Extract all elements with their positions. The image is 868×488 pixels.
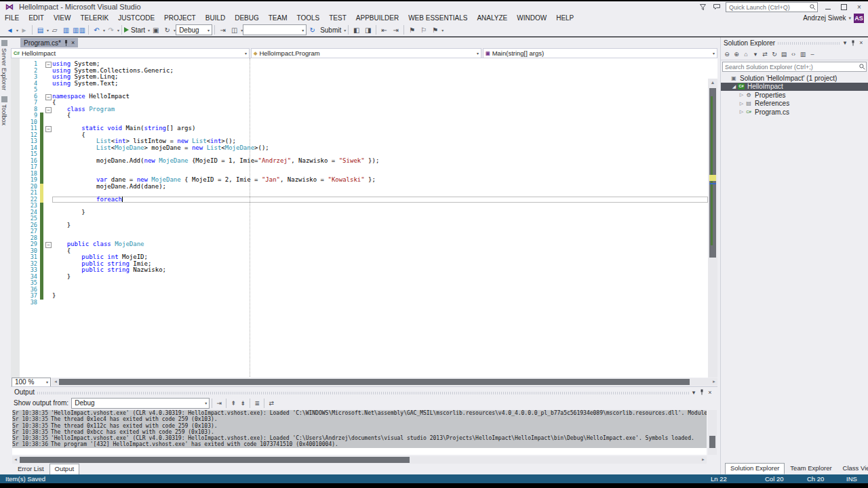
output-lines[interactable]: Śr 10:38:35'HelloImpact.vshost.exe' (CLR…	[12, 410, 707, 455]
refresh-icon[interactable]: ↻	[770, 49, 779, 59]
output-scroll-right-icon[interactable]: ►	[700, 456, 707, 464]
output-line[interactable]: Śr 10:38:35'HelloImpact.vshost.exe' (CLR…	[12, 410, 707, 416]
tab-error-list[interactable]: Error List	[12, 464, 50, 475]
code-editor-surface[interactable]: 1–using System;2using System.Collections…	[11, 58, 717, 378]
sidebar-tab-toolbox[interactable]: Toolbox	[0, 94, 8, 128]
go-to-next-message-icon[interactable]: ⇟	[238, 399, 248, 408]
preview-selected-icon[interactable]: –	[808, 49, 817, 59]
increase-indent-icon[interactable]: ⇥	[391, 24, 401, 35]
tab-output[interactable]: Output	[50, 464, 80, 475]
avatar[interactable]: AS	[854, 14, 864, 23]
save-all-button[interactable]: ▥▥	[73, 24, 85, 35]
code-line[interactable]: 38	[20, 300, 708, 306]
tree-item-program-cs[interactable]: ▷C#Program.cs	[721, 108, 868, 117]
view-code-icon[interactable]: ‹›	[789, 49, 798, 59]
clear-all-output-icon[interactable]: ≣	[252, 399, 262, 408]
code-line[interactable]: 34 }	[20, 274, 708, 281]
open-file-button[interactable]: ▱	[50, 24, 60, 35]
tree-item-references[interactable]: ▷▤References	[721, 100, 868, 108]
tree-item-helloimpact[interactable]: ◢C#HelloImpact	[721, 83, 868, 92]
scroll-right-icon[interactable]: ►	[711, 378, 717, 386]
restart-icon[interactable]: ↻	[162, 24, 172, 35]
menu-item-team[interactable]: TEAM	[264, 12, 292, 24]
collapse-all-icon[interactable]: ⊖	[722, 49, 732, 59]
bookmark-overflow-caret-icon[interactable]: ▾	[441, 28, 443, 33]
breakpoint-margin[interactable]	[11, 58, 20, 378]
output-scroll-left-icon[interactable]: ◄	[12, 456, 19, 464]
code-line[interactable]: 11– static void Main(string[] args)	[20, 125, 708, 132]
code-line[interactable]: 26 }	[20, 222, 708, 229]
save-button[interactable]: ▥	[61, 24, 71, 35]
member-dropdown[interactable]: ▣ Main(string[] args) ▾	[483, 48, 717, 58]
tab-solution-explorer[interactable]: Solution Explorer	[725, 463, 785, 474]
tab-class-view[interactable]: Class View	[837, 463, 868, 474]
navigate-forward-button[interactable]: ►	[19, 24, 29, 35]
toolbar-search-combobox[interactable]: ▾	[243, 24, 307, 35]
pin-tab-icon[interactable]	[64, 40, 68, 46]
solution-configuration-select[interactable]: Debug ▾	[176, 24, 212, 35]
menu-item-debug[interactable]: DEBUG	[230, 12, 264, 24]
feedback-comment-icon[interactable]	[712, 3, 721, 12]
signed-in-user[interactable]: Andrzej Siwek	[803, 14, 846, 22]
editor-horizontal-scrollbar[interactable]: ◄ ►	[52, 378, 717, 386]
start-debug-icon[interactable]	[124, 27, 129, 33]
decrease-indent-icon[interactable]: ⇤	[379, 24, 389, 35]
submit-sync-icon[interactable]: ↻	[307, 24, 317, 35]
editor-vertical-scrollbar[interactable]: ▲ ▼	[708, 79, 717, 378]
menu-item-tools[interactable]: TOOLS	[292, 12, 325, 24]
output-close-icon[interactable]: ×	[706, 388, 714, 396]
pending-changes-filter-icon[interactable]: ▾	[751, 49, 760, 59]
sync-with-active-document-icon[interactable]: ⇄	[760, 49, 770, 59]
navigate-back-caret-icon[interactable]: ▾	[16, 28, 18, 33]
output-horizontal-scrollbar[interactable]: ◄ ►	[12, 456, 707, 464]
redo-caret-icon[interactable]: ▾	[117, 28, 119, 33]
sidebar-tab-server-explorer[interactable]: Server Explorer	[0, 37, 8, 94]
menu-item-test[interactable]: TEST	[324, 12, 351, 24]
editor-zoom-select[interactable]: 100 % ▾	[12, 378, 51, 387]
menu-item-file[interactable]: FILE	[0, 12, 24, 24]
code-line[interactable]: 35	[20, 280, 708, 287]
telerik-tool-icon[interactable]: ◧	[351, 24, 361, 35]
output-source-select[interactable]: Debug ▾	[71, 398, 210, 409]
output-line[interactable]: Śr 10:38:35The thread 0x112c has exited …	[12, 423, 707, 429]
step-over-icon[interactable]: ⇥	[218, 24, 228, 35]
output-pin-icon[interactable]	[698, 388, 706, 396]
code-line[interactable]: 33 public string Nazwisko;	[20, 267, 708, 274]
code-line[interactable]: 16 mojeDane.Add(new MojeDane {MojeID = 1…	[20, 158, 708, 165]
menu-item-help[interactable]: HELP	[551, 12, 578, 24]
navigate-backward-button[interactable]: ◄	[5, 24, 15, 35]
menu-item-analyze[interactable]: ANALYZE	[472, 12, 512, 24]
editor-scrollbar-thumb[interactable]	[709, 88, 716, 258]
solution-search-icon[interactable]	[858, 63, 866, 71]
collapsed-arrow-icon[interactable]: ▷	[738, 92, 745, 98]
code-line[interactable]: 17	[20, 164, 708, 171]
code-line[interactable]: 24 }	[20, 209, 708, 216]
bookmark-icon[interactable]: ⚑	[407, 24, 417, 35]
go-to-previous-message-icon[interactable]: ⇞	[229, 399, 238, 408]
menu-item-edit[interactable]: EDIT	[24, 12, 49, 24]
menu-item-web-essentials[interactable]: WEB ESSENTIALS	[403, 12, 472, 24]
telerik-tool2-icon[interactable]: ◨	[363, 24, 373, 35]
search-icon[interactable]	[808, 3, 817, 12]
output-line[interactable]: Śr 10:38:35The thread 0xbcc has exited w…	[12, 429, 707, 435]
breakpoints-icon[interactable]: ◫	[229, 24, 239, 35]
tree-item-properties[interactable]: ▷⚙Properties	[721, 91, 868, 100]
document-tab-program-cs[interactable]: Program.cs* ×	[20, 38, 78, 47]
code-line[interactable]: 21	[20, 190, 708, 197]
project-dropdown[interactable]: C# HelloImpact ▾	[11, 48, 250, 58]
home-icon[interactable]: ⌂	[741, 49, 751, 59]
output-menu-caret-icon[interactable]: ▾	[690, 388, 698, 396]
start-caret-icon[interactable]: ▾	[148, 28, 150, 33]
menu-item-window[interactable]: WINDOW	[512, 12, 551, 24]
output-line[interactable]: Śr 10:38:35The thread 0x1ec4 has exited …	[12, 416, 707, 422]
toggle-word-wrap-icon[interactable]: ⇄	[267, 399, 276, 408]
output-line[interactable]: Śr 10:38:36The program '[432] HelloImpac…	[12, 441, 707, 447]
menu-item-project[interactable]: PROJECT	[159, 12, 201, 24]
undo-caret-icon[interactable]: ▾	[103, 28, 105, 33]
show-all-files-icon[interactable]: ▤	[779, 49, 789, 59]
output-vscrollbar-thumb[interactable]	[709, 436, 715, 448]
type-dropdown[interactable]: ◆ HelloImpact.Program ▾	[251, 48, 481, 58]
code-line[interactable]: 37}	[20, 293, 708, 300]
close-tab-icon[interactable]: ×	[71, 39, 75, 46]
code-line[interactable]: 3using System.Linq;	[20, 74, 708, 81]
